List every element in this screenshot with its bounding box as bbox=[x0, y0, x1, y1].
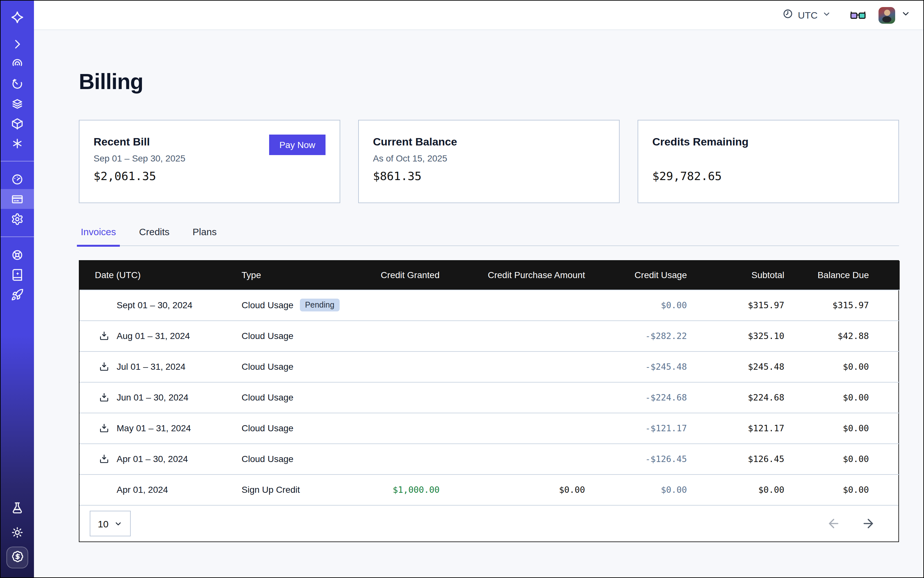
credit-purchase-amount-cell bbox=[455, 320, 601, 351]
credit-card-icon bbox=[11, 193, 24, 205]
invoice-date-cell: Jun 01 – 30, 2024 bbox=[80, 382, 242, 413]
sidebar-item-timer[interactable] bbox=[1, 74, 34, 94]
invoice-type: Sign Up Credit bbox=[242, 485, 300, 495]
credit-purchase-amount-cell: $0.00 bbox=[455, 474, 601, 505]
credit-usage-cell: -$121.17 bbox=[601, 413, 702, 443]
download-invoice-icon[interactable] bbox=[99, 392, 110, 403]
credits-remaining-card: Credits Remaining $29,782.65 bbox=[638, 120, 899, 203]
asterisk-icon bbox=[11, 137, 24, 149]
summary-cards: Recent Bill Sep 01 – Sep 30, 2025 $2,061… bbox=[79, 120, 899, 203]
subtotal-cell: $0.00 bbox=[702, 474, 800, 505]
invoice-row: Aug 01 – 31, 2024Cloud Usage-$282.22$325… bbox=[80, 320, 900, 351]
invoice-type: Cloud Usage bbox=[242, 300, 294, 310]
app-window: UTC Billing Recent Bill Sep 01 – Se bbox=[0, 0, 924, 578]
credit-granted-cell bbox=[357, 320, 455, 351]
tab-plans[interactable]: Plans bbox=[191, 226, 219, 245]
recent-bill-card: Recent Bill Sep 01 – Sep 30, 2025 $2,061… bbox=[79, 120, 340, 203]
next-page-button[interactable] bbox=[861, 516, 875, 531]
page-size-select[interactable]: 10 bbox=[90, 511, 131, 536]
sidebar-item-gauge[interactable] bbox=[1, 169, 34, 189]
download-invoice-icon[interactable] bbox=[99, 361, 110, 372]
timezone-selector[interactable]: UTC bbox=[783, 8, 831, 22]
sidebar-divider bbox=[1, 237, 34, 237]
column-header-credit-granted: Credit Granted bbox=[357, 261, 455, 290]
credit-granted-cell bbox=[357, 351, 455, 382]
invoice-type-cell: Cloud Usage bbox=[242, 351, 357, 382]
sidebar-bottom-items bbox=[1, 498, 34, 577]
table-header-row: Date (UTC)TypeCredit GrantedCredit Purch… bbox=[80, 261, 900, 290]
credit-usage-cell: -$126.45 bbox=[601, 443, 702, 474]
invoice-date-cell: May 01 – 31, 2024 bbox=[80, 413, 242, 443]
sidebar-item-flask[interactable] bbox=[1, 498, 34, 518]
download-invoice-icon[interactable] bbox=[99, 423, 110, 434]
tab-invoices[interactable]: Invoices bbox=[79, 226, 118, 245]
topbar: UTC bbox=[34, 1, 923, 30]
layers-icon bbox=[11, 97, 24, 110]
invoice-row: Sept 01 – 30, 2024Cloud UsagePending$0.0… bbox=[80, 290, 900, 320]
sidebar-item-gear[interactable] bbox=[1, 209, 34, 229]
page-size-value: 10 bbox=[98, 518, 108, 529]
download-invoice-icon[interactable] bbox=[99, 330, 110, 341]
sidebar-item-layers[interactable] bbox=[1, 94, 34, 114]
status-badge: Pending bbox=[300, 299, 339, 312]
user-avatar[interactable] bbox=[879, 7, 895, 23]
credit-purchase-amount-cell bbox=[455, 290, 601, 320]
billing-tabs: InvoicesCreditsPlans bbox=[79, 226, 899, 246]
column-header-date-utc: Date (UTC) bbox=[80, 261, 242, 290]
credit-purchase-amount-cell bbox=[455, 382, 601, 413]
credit-usage-cell: -$224.68 bbox=[601, 382, 702, 413]
card-title: Credits Remaining bbox=[652, 136, 884, 149]
life-buoy-icon bbox=[11, 248, 24, 261]
3d-glasses-icon[interactable] bbox=[850, 11, 866, 19]
column-header-credit-usage: Credit Usage bbox=[601, 261, 702, 290]
credit-usage-cell: $0.00 bbox=[601, 474, 702, 505]
sidebar-item-orbit-logo[interactable] bbox=[1, 1, 34, 34]
sidebar-item-rocket[interactable] bbox=[1, 284, 34, 304]
invoice-date: Aug 01 – 31, 2024 bbox=[117, 331, 190, 341]
balance-due-cell: $0.00 bbox=[800, 443, 900, 474]
chevron-down-icon bbox=[822, 9, 831, 21]
sidebar-item-sun[interactable] bbox=[1, 522, 34, 542]
sidebar-item-guide-book[interactable] bbox=[1, 265, 34, 284]
credits-remaining-amount: $29,782.65 bbox=[652, 169, 722, 183]
sidebar-item-chevron-right[interactable] bbox=[1, 34, 34, 54]
credit-purchase-amount-cell bbox=[455, 351, 601, 382]
invoice-type-cell: Cloud Usage bbox=[242, 320, 357, 351]
invoice-row: Jun 01 – 30, 2024Cloud Usage-$224.68$224… bbox=[80, 382, 900, 413]
credit-granted-cell bbox=[357, 413, 455, 443]
invoice-date: Sept 01 – 30, 2024 bbox=[117, 300, 193, 310]
invoice-date: Jun 01 – 30, 2024 bbox=[117, 392, 188, 403]
invoice-date: May 01 – 31, 2024 bbox=[117, 423, 191, 433]
tab-credits[interactable]: Credits bbox=[137, 226, 171, 245]
invoice-type: Cloud Usage bbox=[242, 454, 294, 464]
invoice-date: Jul 01 – 31, 2024 bbox=[117, 361, 185, 372]
invoice-row: Apr 01, 2024Sign Up Credit$1,000.00$0.00… bbox=[80, 474, 900, 505]
sidebar-item-life-buoy[interactable] bbox=[1, 245, 34, 265]
recent-bill-amount: $2,061.35 bbox=[94, 169, 156, 183]
sidebar-item-credit-card[interactable] bbox=[1, 189, 34, 209]
column-header-balance-due: Balance Due bbox=[800, 261, 900, 290]
pay-now-button[interactable]: Pay Now bbox=[269, 135, 325, 155]
chevron-right-icon bbox=[11, 37, 24, 50]
invoice-type-cell: Cloud Usage bbox=[242, 443, 357, 474]
invoice-type-cell: Cloud Usage bbox=[242, 382, 357, 413]
subtotal-cell: $325.10 bbox=[702, 320, 800, 351]
sun-icon bbox=[11, 526, 24, 539]
chevron-down-icon[interactable] bbox=[901, 9, 911, 21]
invoice-date-cell: Sept 01 – 30, 2024 bbox=[80, 290, 242, 320]
credit-granted-cell bbox=[357, 443, 455, 474]
download-invoice-icon[interactable] bbox=[99, 453, 110, 464]
sidebar-item-scan-eye[interactable] bbox=[1, 54, 34, 74]
balance-due-cell: $0.00 bbox=[800, 382, 900, 413]
sidebar-item-asterisk[interactable] bbox=[1, 133, 34, 153]
orbit-logo-icon bbox=[10, 10, 24, 24]
previous-page-button[interactable] bbox=[827, 516, 841, 531]
invoice-date: Apr 01, 2024 bbox=[117, 485, 168, 495]
invoice-date-cell: Apr 01, 2024 bbox=[80, 474, 242, 505]
invoice-row: Jul 01 – 31, 2024Cloud Usage-$245.48$245… bbox=[80, 351, 900, 382]
sidebar-item-cube[interactable] bbox=[1, 114, 34, 133]
subtotal-cell: $126.45 bbox=[702, 443, 800, 474]
sidebar-divider bbox=[1, 161, 34, 161]
subtotal-cell: $121.17 bbox=[702, 413, 800, 443]
sidebar-item-badge-dollar[interactable] bbox=[6, 547, 28, 568]
